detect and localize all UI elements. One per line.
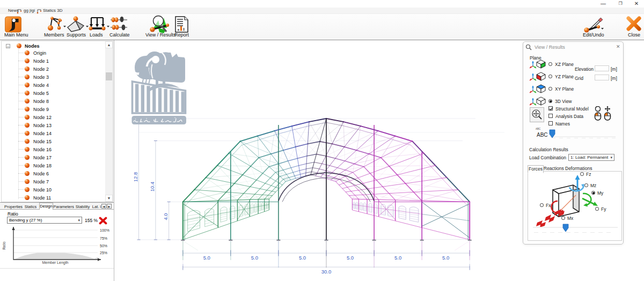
svg-text:5.0: 5.0 <box>442 255 449 261</box>
svg-text:5.0: 5.0 <box>394 255 401 261</box>
svg-text:Ratio: Ratio <box>2 241 6 250</box>
svg-text:100%: 100% <box>100 228 109 232</box>
svg-text:5.0: 5.0 <box>251 255 258 261</box>
svg-text:Member Length: Member Length <box>42 261 68 265</box>
svg-text:25%: 25% <box>100 251 107 255</box>
svg-text:10.4: 10.4 <box>149 182 155 192</box>
svg-text:5.0: 5.0 <box>347 255 354 261</box>
svg-text:30.0: 30.0 <box>321 269 332 275</box>
svg-text:12.8: 12.8 <box>133 172 138 182</box>
svg-text:5.0: 5.0 <box>299 255 306 261</box>
svg-text:5.0: 5.0 <box>203 255 210 261</box>
svg-text:4.0: 4.0 <box>163 213 169 220</box>
svg-text:50%: 50% <box>100 244 107 248</box>
svg-text:75%: 75% <box>100 236 107 240</box>
